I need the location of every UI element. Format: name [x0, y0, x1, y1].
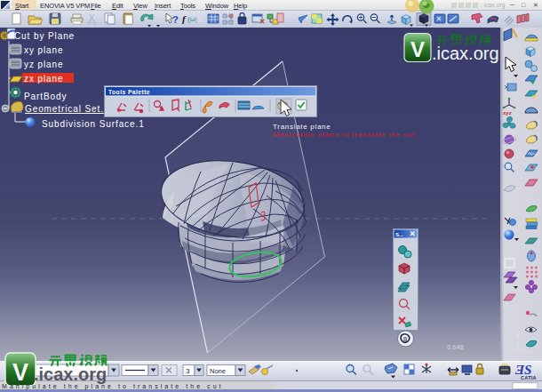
svg-text:xyz: xyz [502, 110, 512, 116]
svg-text:?: ? [172, 14, 179, 25]
svg-text:.icax.org: .icax.org [432, 44, 499, 63]
svg-text:f: f [182, 13, 187, 24]
svg-text:CATIA: CATIA [521, 375, 537, 380]
svg-text:Tools Palette: Tools Palette [108, 89, 150, 95]
svg-text:V: V [12, 359, 28, 386]
svg-text:S...: S... [395, 232, 403, 237]
svg-text:None: None [210, 367, 226, 375]
svg-text:3: 3 [186, 367, 190, 375]
svg-text:V: V [410, 37, 425, 61]
svg-text:.icax.org: .icax.org [34, 364, 107, 384]
svg-text:0.648: 0.648 [447, 343, 464, 351]
